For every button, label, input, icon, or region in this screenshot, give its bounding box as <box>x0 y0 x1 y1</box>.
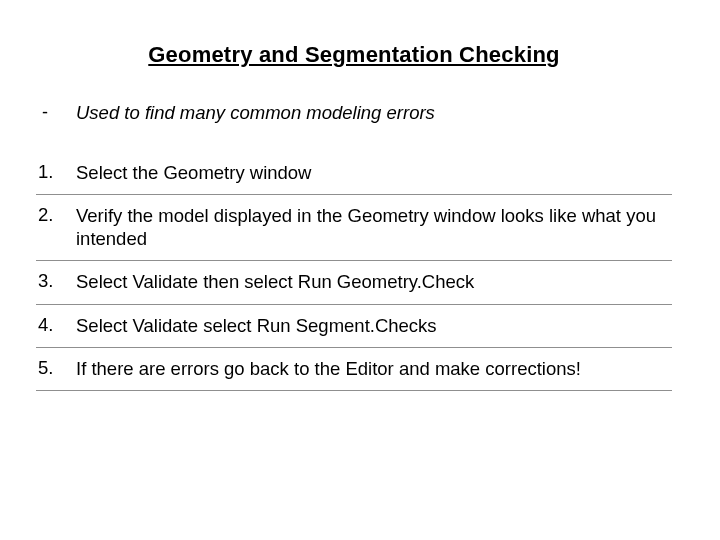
subtitle-bullet: - <box>36 102 76 123</box>
steps-list: 1. Select the Geometry window 2. Verify … <box>36 152 672 391</box>
page-title: Geometry and Segmentation Checking <box>36 42 672 68</box>
subtitle-text: Used to find many common modeling errors <box>76 102 435 124</box>
item-number: 1. <box>36 161 76 183</box>
item-text: If there are errors go back to the Edito… <box>76 357 581 380</box>
subtitle-row: - Used to find many common modeling erro… <box>36 102 672 124</box>
item-number: 5. <box>36 357 76 379</box>
item-text: Select the Geometry window <box>76 161 311 184</box>
item-text: Verify the model displayed in the Geomet… <box>76 204 672 250</box>
list-item: 4. Select Validate select Run Segment.Ch… <box>36 305 672 348</box>
list-item: 1. Select the Geometry window <box>36 152 672 195</box>
item-number: 3. <box>36 270 76 292</box>
list-item: 3. Select Validate then select Run Geome… <box>36 261 672 304</box>
item-number: 4. <box>36 314 76 336</box>
list-item: 5. If there are errors go back to the Ed… <box>36 348 672 391</box>
item-text: Select Validate then select Run Geometry… <box>76 270 474 293</box>
item-number: 2. <box>36 204 76 226</box>
item-text: Select Validate select Run Segment.Check… <box>76 314 437 337</box>
list-item: 2. Verify the model displayed in the Geo… <box>36 195 672 261</box>
